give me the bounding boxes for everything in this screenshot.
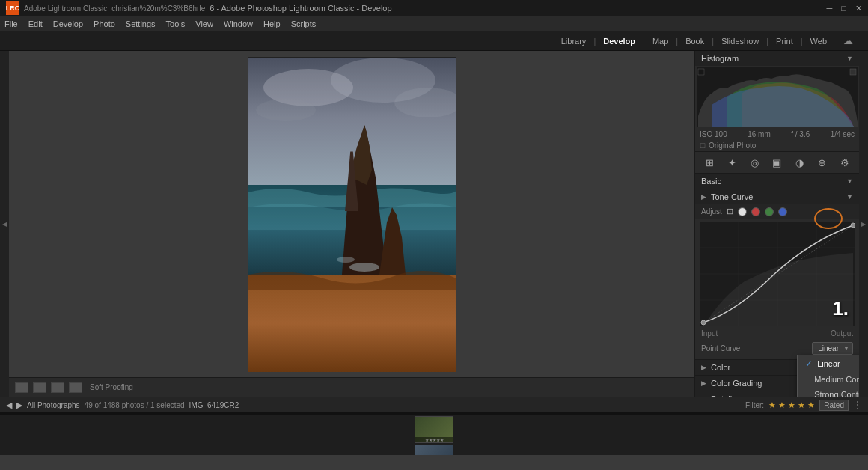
curve-option-linear-label: Linear	[817, 359, 840, 368]
center-panel: Soft Proofing	[9, 51, 694, 397]
star-filter[interactable]: ★ ★ ★ ★ ★	[768, 400, 815, 410]
point-curve-label: Point Curve	[701, 344, 740, 352]
shutter-value: 1/4 sec	[831, 130, 855, 138]
gradient-tool[interactable]: ▣	[769, 155, 784, 170]
view-mode-btn3[interactable]	[51, 382, 64, 393]
tonecurve-arrow: ▼	[846, 193, 853, 201]
adjust-label: Adjust	[701, 207, 722, 216]
original-photo-checkbox[interactable]: ☐	[700, 142, 706, 150]
tonecurve-labels: Input Output	[695, 329, 859, 340]
module-web[interactable]: Web	[803, 34, 834, 49]
svg-point-7	[349, 263, 379, 272]
radial-tool[interactable]: ◑	[792, 155, 807, 170]
red-channel-btn[interactable]	[751, 207, 760, 216]
filmstrip-nav-left[interactable]: ◀	[6, 400, 12, 410]
main-photo	[248, 57, 456, 371]
filmstrip-thumb-2[interactable]: ★★★★★	[415, 445, 453, 455]
aperture-value: f / 3.6	[791, 130, 810, 138]
histogram-canvas	[697, 67, 858, 127]
tonecurve-header[interactable]: ▶ Tone Curve ▼	[695, 189, 859, 204]
menu-scripts[interactable]: Scripts	[291, 19, 317, 28]
current-file: IMG_6419CR2	[189, 401, 239, 409]
svg-point-4	[256, 99, 316, 121]
input-label: Input	[701, 329, 718, 338]
module-print[interactable]: Print	[768, 34, 801, 49]
menu-view[interactable]: View	[195, 19, 213, 28]
top-nav: Library | Develop | Map | Book | Slidesh…	[0, 31, 868, 51]
menu-settings[interactable]: Settings	[126, 19, 156, 28]
softproof-label: Soft Proofing	[90, 383, 133, 391]
minimize-btn[interactable]: ─	[827, 4, 833, 13]
checkmark-icon: ✓	[805, 358, 813, 369]
curve-dropdown-btn[interactable]: Linear ▼	[812, 342, 853, 355]
blue-channel-btn[interactable]	[778, 207, 787, 216]
view-mode-btn1[interactable]	[15, 382, 28, 393]
curve-option-strong[interactable]: Strong Contrast	[798, 387, 859, 397]
filmstrip-source[interactable]: All Photographs	[27, 401, 80, 409]
module-book[interactable]: Book	[678, 34, 712, 49]
menu-edit[interactable]: Edit	[28, 19, 43, 28]
menu-file[interactable]: File	[4, 19, 18, 28]
iso-value: ISO 100	[700, 130, 727, 138]
menu-develop[interactable]: Develop	[53, 19, 83, 28]
basic-title: Basic	[701, 177, 721, 186]
thumb-1-stars: ★★★★★	[415, 437, 453, 442]
menu-window[interactable]: Window	[224, 19, 253, 28]
left-panel-toggle[interactable]: ◀	[0, 51, 9, 397]
tonecurve-section: ▶ Tone Curve ▼ Adjust ⊡	[695, 189, 859, 360]
crop-tool[interactable]: ⊞	[702, 155, 717, 170]
username: christian%20m%C3%B6hrle	[111, 4, 205, 13]
filmstrip-thumb-1[interactable]: ★★★★★	[415, 416, 453, 443]
right-panel-toggle[interactable]: ▶	[859, 51, 868, 397]
brush-tool[interactable]: ⊕	[815, 155, 830, 170]
module-develop[interactable]: Develop	[596, 34, 643, 49]
image-area	[9, 51, 694, 377]
main-area: ◀	[0, 51, 868, 397]
svg-point-20	[701, 320, 706, 325]
close-btn[interactable]: ✕	[855, 4, 862, 13]
module-library[interactable]: Library	[554, 34, 594, 49]
view-mode-btn2[interactable]	[33, 382, 46, 393]
curve-selected-value: Linear	[818, 344, 839, 352]
curve-dropdown-menu: ✓ Linear Medium Contrast Strong Contrast	[797, 355, 859, 397]
histogram-header[interactable]: Histogram ▼	[695, 51, 859, 66]
menu-help[interactable]: Help	[263, 19, 281, 28]
redeye-tool[interactable]: ◎	[747, 155, 762, 170]
basic-header[interactable]: Basic ▼	[695, 174, 859, 189]
right-panel: Histogram ▼	[694, 51, 859, 397]
curve-option-medium[interactable]: Medium Contrast	[798, 372, 859, 387]
filmstrip-nav-right[interactable]: ▶	[16, 400, 22, 410]
title-bar: LRC Adobe Lightroom Classic christian%20…	[0, 0, 868, 16]
auto-adjust-icon[interactable]: ⊡	[727, 207, 733, 216]
color-title: Color	[711, 363, 730, 372]
adjust-row: Adjust ⊡	[695, 204, 859, 219]
module-slideshow[interactable]: Slideshow	[714, 34, 766, 49]
original-photo-label: Original Photo	[709, 141, 756, 150]
filter-options-icon[interactable]: ⋮	[853, 400, 862, 410]
tools-row: ⊞ ✦ ◎ ▣ ◑ ⊕ ⚙	[695, 152, 859, 174]
settings-tool[interactable]: ⚙	[837, 155, 852, 170]
rated-badge[interactable]: Rated	[819, 400, 849, 411]
view-mode-btn4[interactable]	[69, 382, 82, 393]
maximize-btn[interactable]: □	[841, 4, 846, 13]
module-map[interactable]: Map	[645, 34, 676, 49]
svg-rect-10	[850, 69, 856, 75]
softproof-bar: Soft Proofing	[9, 377, 694, 397]
cloud-icon[interactable]: ☁	[843, 35, 853, 46]
green-channel-btn[interactable]	[765, 207, 774, 216]
color-expand-arrow: ▶	[701, 364, 706, 371]
tonecurve-canvas: 1.	[700, 222, 855, 326]
heal-tool[interactable]: ✦	[724, 155, 739, 170]
curve-option-linear[interactable]: ✓ Linear	[798, 355, 859, 372]
menu-tools[interactable]: Tools	[166, 19, 186, 28]
curve-option-medium-label: Medium Contrast	[814, 375, 859, 384]
colorgrading-expand-arrow: ▶	[701, 379, 706, 387]
titlebar-left: LRC Adobe Lightroom Classic christian%20…	[6, 1, 392, 15]
menu-photo[interactable]: Photo	[94, 19, 115, 28]
filter-bar: ◀ ▶ All Photographs 49 of 1488 photos / …	[0, 397, 868, 413]
white-channel-btn[interactable]	[738, 207, 747, 216]
svg-point-8	[337, 257, 355, 263]
original-photo-row: ☐ Original Photo	[695, 140, 859, 151]
titlebar-controls[interactable]: ─ □ ✕	[827, 4, 862, 13]
curve-dropdown-arrow: ▼	[843, 345, 849, 352]
